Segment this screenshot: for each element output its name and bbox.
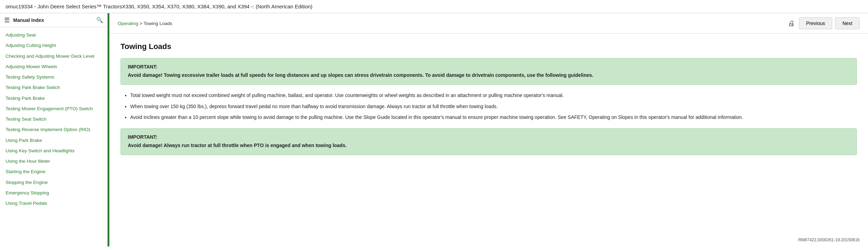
sidebar-item-testing-rio[interactable]: Testing Reverse Implement Option (RIO) [0,124,107,135]
previous-button[interactable]: Previous [799,17,832,29]
content-body: Towing Loads IMPORTANT: Avoid damage! To… [109,34,868,235]
footer-ref: RM87422,0000261-19-20150616 [798,237,860,242]
sidebar-item-adjusting-seat[interactable]: Adjusting Seat [0,30,107,40]
bullet-item-1: When towing over 150 kg (350 lbs.), depr… [130,103,857,111]
sidebar-item-testing-seat-switch[interactable]: Testing Seat Switch [0,114,107,124]
print-icon[interactable]: 🖨 [788,19,795,27]
sidebar-title: Manual Index [13,17,93,23]
sidebar-item-adjusting-mower-wheels[interactable]: Adjusting Mower Wheels [0,62,107,72]
sidebar-item-testing-pto-switch[interactable]: Testing Mower Engagement (PTO) Switch [0,104,107,114]
next-button[interactable]: Next [835,17,860,29]
search-icon[interactable]: 🔍 [96,17,103,23]
content-footer: RM87422,0000261-19-20150616 [109,235,868,247]
breadcrumb-parent[interactable]: Operating [118,21,138,26]
content-header: Operating > Towing Loads 🖨 Previous Next [109,13,868,34]
bullet-item-0: Total towed weight must not exceed combi… [130,92,857,99]
sidebar-green-bar [108,13,109,247]
sidebar-header: ☰ Manual Index 🔍 [0,13,107,27]
bullet-list: Total towed weight must not exceed combi… [120,92,857,121]
header-actions: 🖨 Previous Next [788,17,860,29]
breadcrumb: Operating > Towing Loads [118,21,172,26]
important-text-2: Avoid damage! Always run tractor at full… [128,142,850,149]
important-box-2: IMPORTANT: Avoid damage! Always run trac… [120,128,857,155]
bullet-item-2: Avoid inclines greater than a 10 percent… [130,114,857,121]
important-text-1: Avoid damage! Towing excessive trailer l… [128,72,850,79]
sidebar-item-testing-park-brake-switch[interactable]: Testing Park Brake Switch [0,82,107,93]
page-title: Towing Loads [120,42,857,51]
sidebar-item-testing-safety-systems[interactable]: Testing Safety Systems [0,72,107,82]
sidebar-wrapper: ☰ Manual Index 🔍 Adjusting SeatAdjusting… [0,13,109,247]
sidebar-item-emergency-stopping[interactable]: Emergency Stopping [0,188,107,198]
title-bar: omuc19334 - John Deere Select Series™ Tr… [0,0,868,13]
sidebar-item-adjusting-cutting-height[interactable]: Adjusting Cutting Height [0,40,107,51]
sidebar-item-stopping-engine[interactable]: Stopping the Engine [0,177,107,188]
content-area: Operating > Towing Loads 🖨 Previous Next… [109,13,868,247]
sidebar-item-testing-park-brake[interactable]: Testing Park Brake [0,93,107,104]
breadcrumb-separator: > [140,21,143,26]
sidebar-item-using-park-brake[interactable]: Using Park Brake [0,135,107,146]
main-layout: ☰ Manual Index 🔍 Adjusting SeatAdjusting… [0,13,868,247]
sidebar-item-using-travel-pedals[interactable]: Using Travel Pedals [0,198,107,209]
document-title: omuc19334 - John Deere Select Series™ Tr… [6,3,312,9]
sidebar-item-starting-engine[interactable]: Starting the Engine [0,167,107,177]
important-box-1: IMPORTANT: Avoid damage! Towing excessiv… [120,58,857,85]
sidebar-item-using-key-switch[interactable]: Using Key Switch and Headlights [0,146,107,156]
hamburger-icon[interactable]: ☰ [4,17,10,23]
important-label-1: IMPORTANT: [128,64,850,70]
important-label-2: IMPORTANT: [128,134,850,140]
breadcrumb-current: Towing Loads [143,21,172,26]
sidebar: ☰ Manual Index 🔍 Adjusting SeatAdjusting… [0,13,108,247]
sidebar-item-using-hour-meter[interactable]: Using the Hour Meter [0,156,107,167]
sidebar-item-checking-mower-deck[interactable]: Checking and Adjusting Mower Deck Level [0,51,107,62]
sidebar-nav: Adjusting SeatAdjusting Cutting HeightCh… [0,27,107,211]
